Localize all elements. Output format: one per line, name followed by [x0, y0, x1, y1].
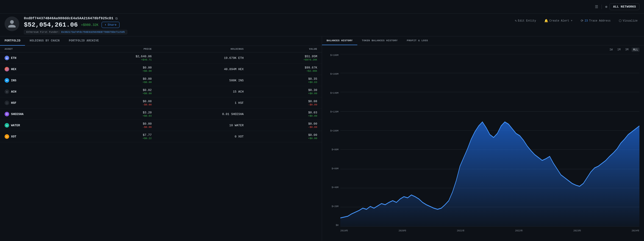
- visualize-button[interactable]: ⬡ Visualize: [617, 18, 640, 23]
- price-main: $0.02: [78, 88, 152, 92]
- time-filter-all[interactable]: ALL: [632, 48, 640, 52]
- asset-cell: ● SHEESHA: [4, 112, 78, 116]
- share-button[interactable]: ⬆ Share: [102, 22, 120, 28]
- value-main: $0.00: [244, 122, 317, 126]
- asset-name: HSF: [11, 101, 16, 105]
- value-change: +$0.03: [244, 81, 317, 84]
- price-main: $0.08: [78, 100, 152, 103]
- value-main: $99.67K: [244, 66, 317, 69]
- trace-count: 23: [584, 19, 588, 22]
- holdings-cell: 0 XOT: [152, 135, 244, 138]
- edit-entity-label: Edit Entity: [518, 19, 536, 22]
- asset-name: ETH: [11, 56, 16, 60]
- asset-icon: ◎: [4, 123, 9, 128]
- time-filter-1w[interactable]: 1W: [608, 48, 614, 52]
- price-cell: $0.08 -$0.00: [78, 100, 152, 106]
- th-price: PRICE: [78, 48, 152, 50]
- x-labels: 2019年2020年2021年2022年2023年2024年: [340, 228, 640, 234]
- price-change: +$0.00: [78, 92, 152, 95]
- value-change: -$0.00: [244, 103, 317, 106]
- chart-controls: 1W1M3MALL: [326, 48, 640, 52]
- chain-icon[interactable]: ⊕: [605, 4, 608, 9]
- th-asset: ASSET: [4, 48, 78, 50]
- table-header: ASSET PRICE HOLDINGS VALUE: [0, 46, 322, 52]
- tab-portfolio[interactable]: PORTFOLIO: [0, 36, 25, 46]
- table-row[interactable]: ✦ XOT $7.77 +$0.22 0 XOT $0.00 +$0.00: [0, 131, 322, 142]
- asset-cell: ◌ HSF: [4, 101, 78, 105]
- address-row: 0xdDf744374B46Aa980ddcE4a5AA216478bf925c…: [24, 16, 508, 20]
- copy-icon[interactable]: ⧉: [115, 17, 118, 20]
- create-alert-label: Create Alert +: [549, 19, 572, 22]
- th-value: VALUE: [244, 48, 317, 50]
- price-cell: $0.00 -$0.00: [78, 122, 152, 129]
- visualize-icon: ⬡: [619, 19, 622, 23]
- price-cell: $0.00 +$0.00: [78, 77, 152, 84]
- tab-holdings-by-chain[interactable]: HOLDINGS BY CHAIN: [25, 36, 64, 46]
- price-change: -$0.00: [78, 126, 152, 129]
- asset-cell: ◎ WATER: [4, 123, 78, 128]
- value-cell: $0.03 +$0.00: [244, 111, 317, 117]
- divider: [602, 4, 602, 9]
- asset-cell: ● INS: [4, 78, 78, 83]
- value-cell: $0.30 +$0.00: [244, 88, 317, 95]
- main-balance: $52,054,261.06: [24, 21, 78, 28]
- y-label: $+80M: [326, 148, 340, 151]
- value-cell: $0.35 +$0.03: [244, 77, 317, 84]
- table-row[interactable]: ◆ ETH $2,640.06 +$49.71 19.679K ETH $51.…: [0, 52, 322, 64]
- balance-chart: [340, 54, 640, 227]
- table-row[interactable]: ◌ HSF $0.08 -$0.00 1 HSF $0.08 -$0.00: [0, 97, 322, 109]
- top-bar-right: ☰ ⊕ ALL NETWORKS: [595, 3, 640, 10]
- holdings-cell: 10 WATER: [152, 124, 244, 127]
- value-main: $0.00: [244, 133, 317, 137]
- x-label: 2020年: [398, 229, 406, 232]
- value-change: +$0.00: [244, 137, 317, 140]
- header-section: 0xdDf744374B46Aa980ddcE4a5AA216478bf925c…: [0, 14, 644, 36]
- create-alert-button[interactable]: 🔔 Create Alert +: [542, 18, 574, 23]
- price-cell: $7.77 +$0.22: [78, 133, 152, 140]
- holdings-main: 500K INS: [152, 79, 244, 82]
- time-filter-1m[interactable]: 1M: [616, 48, 622, 52]
- tab-profit-loss[interactable]: PROFIT & LOSS: [402, 36, 432, 45]
- table-row[interactable]: ● INS $0.00 +$0.00 500K INS $0.35 +$0.03: [0, 75, 322, 86]
- tab-balances-history[interactable]: BALANCES HISTORY: [322, 36, 357, 45]
- asset-name: SHEESHA: [11, 112, 24, 116]
- asset-icon: ✦: [4, 134, 9, 139]
- y-labels: $+180M$+160M$+140M$+120M$+100M$+80M$+60M…: [326, 54, 340, 227]
- time-filter-3m[interactable]: 3M: [624, 48, 630, 52]
- asset-icon: ●: [4, 112, 9, 116]
- table-row[interactable]: ◇ ACH $0.02 +$0.00 15 ACH $0.30 +$0.00: [0, 86, 322, 97]
- table-row[interactable]: ⬡ HEX $0.00 +$0.00 40.894M HEX $99.67K +…: [0, 64, 322, 75]
- trace-address-button[interactable]: ⟳ 23 Trace Address: [579, 18, 612, 23]
- tab-portfolio-archive[interactable]: PORTFOLIO ARCHIVE: [64, 36, 104, 46]
- y-label: $+140M: [326, 92, 340, 94]
- holdings-cell: 19.679K ETH: [152, 56, 244, 60]
- balance-row: $52,054,261.06 +$980.32K ⬆ Share: [24, 21, 508, 28]
- asset-icon: ⬡: [4, 67, 9, 71]
- y-label: $+120M: [326, 111, 340, 113]
- main-layout: PORTFOLIO HOLDINGS BY CHAIN PORTFOLIO AR…: [0, 36, 644, 241]
- right-panel: BALANCES HISTORY TOKEN BALANCES HISTORY …: [322, 36, 644, 241]
- tab-token-balances-history[interactable]: TOKEN BALANCES HISTORY: [357, 36, 402, 45]
- holdings-cell: 40.894M HEX: [152, 68, 244, 71]
- value-change: +$2.06K: [244, 70, 317, 72]
- action-bar: ✎ Edit Entity 🔔 Create Alert + ⟳ 23 Trac…: [513, 16, 640, 23]
- value-cell: $0.00 -$0.00: [244, 122, 317, 129]
- header-info: 0xdDf744374B46Aa980ddcE4a5AA216478bf925c…: [24, 16, 508, 34]
- edit-entity-button[interactable]: ✎ Edit Entity: [513, 18, 538, 23]
- all-networks-button[interactable]: ALL NETWORKS: [610, 3, 640, 10]
- value-main: $51.95M: [244, 55, 317, 58]
- price-main: $2,640.06: [78, 55, 152, 58]
- y-label: $0: [326, 224, 340, 227]
- filter-icon[interactable]: ☰: [595, 4, 598, 9]
- table-row[interactable]: ◎ WATER $0.00 -$0.00 10 WATER $0.00 -$0.…: [0, 120, 322, 131]
- asset-cell: ◆ ETH: [4, 56, 78, 60]
- value-cell: $0.00 +$0.00: [244, 133, 317, 140]
- share-icon: ⬆: [104, 23, 106, 26]
- price-change: +$0.22: [78, 137, 152, 140]
- table-row[interactable]: ● SHEESHA $3.20 +$0.03 0.01 SHEESHA $0.0…: [0, 109, 322, 120]
- value-cell: $99.67K +$2.06K: [244, 66, 317, 72]
- holdings-main: 40.894M HEX: [152, 68, 244, 71]
- asset-icon: ◆: [4, 56, 9, 60]
- value-cell: $0.08 -$0.00: [244, 100, 317, 106]
- price-main: $0.00: [78, 122, 152, 126]
